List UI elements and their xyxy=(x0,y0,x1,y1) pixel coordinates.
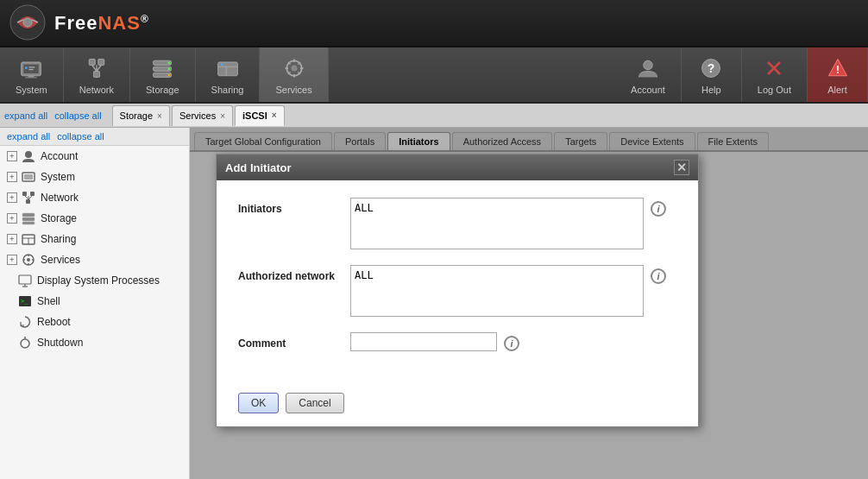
tab-iscsi-label: iSCSI xyxy=(242,110,267,121)
svg-point-53 xyxy=(21,339,29,348)
comment-info-icon[interactable]: i xyxy=(504,336,519,351)
nav-account-label: Account xyxy=(631,85,665,95)
nav-alert[interactable]: ! Alert xyxy=(808,47,868,102)
auth-network-row: Authorized network ALL i xyxy=(238,265,676,317)
tab-storage-label: Storage xyxy=(120,110,154,121)
shutdown-s-icon xyxy=(17,335,33,350)
nav-services[interactable]: Services xyxy=(260,47,328,102)
sidebar-item-display-sys[interactable]: Display System Processes xyxy=(0,270,189,291)
sidebar-network-label: Network xyxy=(41,192,79,204)
comment-label: Comment xyxy=(238,332,350,350)
logout-icon xyxy=(760,54,788,82)
initiators-field: ALL i xyxy=(350,198,676,249)
svg-rect-36 xyxy=(26,199,30,204)
tab-iscsi[interactable]: iSCSI × xyxy=(235,105,285,126)
svg-line-39 xyxy=(28,196,32,199)
initiators-textarea[interactable]: ALL xyxy=(350,198,644,249)
auth-network-info-icon[interactable]: i xyxy=(651,268,666,284)
account-s-icon xyxy=(21,148,36,164)
tab-services[interactable]: Services × xyxy=(172,105,233,126)
svg-point-20 xyxy=(168,74,171,77)
svg-point-25 xyxy=(644,60,653,70)
tab-services-label: Services xyxy=(179,110,216,121)
svg-rect-35 xyxy=(30,192,35,196)
system-icon xyxy=(17,54,45,82)
sidebar-expand-all[interactable]: expand all xyxy=(7,131,50,142)
collapse-all-link[interactable]: collapse all xyxy=(54,110,101,121)
logo-text: FreeNAS® xyxy=(54,12,149,35)
svg-line-38 xyxy=(25,196,28,199)
network-icon xyxy=(83,54,110,82)
sidebar-item-shutdown[interactable]: Shutdown xyxy=(0,332,189,353)
dialog-close-button[interactable]: ✕ xyxy=(674,160,689,175)
tab-iscsi-close[interactable]: × xyxy=(272,110,277,120)
svg-rect-11 xyxy=(93,72,99,78)
nav-spacer xyxy=(329,47,615,102)
sidebar-shell-label: Shell xyxy=(37,295,60,307)
nav-logout-label: Log Out xyxy=(758,85,791,95)
svg-line-14 xyxy=(97,66,101,72)
dialog-footer: OK Cancel xyxy=(217,384,698,426)
svg-text:?: ? xyxy=(708,61,715,75)
svg-point-19 xyxy=(168,68,171,71)
sidebar-storage-label: Storage xyxy=(41,212,77,224)
svg-line-13 xyxy=(92,66,97,72)
ok-button[interactable]: OK xyxy=(238,393,279,413)
nav-logout[interactable]: Log Out xyxy=(742,47,808,102)
nav-storage[interactable]: Storage xyxy=(130,47,196,102)
nav-help[interactable]: ? Help xyxy=(682,47,742,102)
sidebar-item-reboot[interactable]: Reboot xyxy=(0,312,189,332)
logo-icon xyxy=(9,3,47,42)
svg-rect-41 xyxy=(22,217,35,221)
services-icon xyxy=(280,54,308,82)
sidebar-collapse-all[interactable]: collapse all xyxy=(57,131,104,142)
svg-rect-6 xyxy=(25,66,28,69)
display-s-icon xyxy=(17,273,33,288)
sidebar-item-storage[interactable]: + Storage xyxy=(0,208,189,229)
add-initiator-dialog: Add Initiator ✕ Initiators ALL i Author xyxy=(216,154,699,427)
tab-storage[interactable]: Storage × xyxy=(112,105,170,126)
nav-system[interactable]: System xyxy=(0,47,64,102)
cancel-button[interactable]: Cancel xyxy=(286,393,343,413)
comment-input[interactable] xyxy=(350,332,497,351)
expand-all-link[interactable]: expand all xyxy=(4,110,47,121)
svg-rect-40 xyxy=(22,213,35,217)
initiators-info-icon[interactable]: i xyxy=(651,201,666,217)
svg-point-18 xyxy=(168,62,171,65)
expand-services-btn[interactable]: + xyxy=(7,255,17,265)
expand-account-btn[interactable]: + xyxy=(7,151,17,161)
network-s-icon xyxy=(21,190,36,205)
tab-storage-close[interactable]: × xyxy=(157,111,162,121)
nav-sharing[interactable]: Sharing xyxy=(196,47,261,102)
storage-icon xyxy=(148,54,176,82)
sidebar-item-sharing[interactable]: + Sharing xyxy=(0,229,189,249)
sidebar-item-account[interactable]: + Account xyxy=(0,146,189,167)
auth-network-label: Authorized network xyxy=(238,265,350,282)
content-panel: Target Global Configuration Portals Init… xyxy=(190,128,868,479)
auth-network-field: ALL i xyxy=(350,265,676,317)
svg-rect-4 xyxy=(28,76,35,78)
sharing-icon xyxy=(214,54,242,82)
sharing-s-icon xyxy=(21,231,36,247)
nav-network-label: Network xyxy=(79,85,114,95)
sidebar-services-label: Services xyxy=(41,254,80,266)
nav-storage-label: Storage xyxy=(146,85,179,95)
sidebar: expand all collapse all + Account + Syst… xyxy=(0,128,190,479)
sidebar-item-network[interactable]: + Network xyxy=(0,187,189,208)
tab-services-close[interactable]: × xyxy=(220,111,225,121)
auth-network-textarea[interactable]: ALL xyxy=(350,265,644,317)
expand-system-btn[interactable]: + xyxy=(7,172,17,182)
nav-system-label: System xyxy=(16,85,47,95)
expand-network-btn[interactable]: + xyxy=(7,192,17,203)
sidebar-item-services[interactable]: + Services xyxy=(0,249,189,270)
sidebar-item-shell[interactable]: >_ Shell xyxy=(0,291,189,312)
sidebar-item-system[interactable]: + System xyxy=(0,167,189,187)
nav-network[interactable]: Network xyxy=(64,47,130,102)
expand-sharing-btn[interactable]: + xyxy=(7,234,17,244)
svg-rect-42 xyxy=(22,222,35,224)
expand-storage-btn[interactable]: + xyxy=(7,213,17,224)
svg-point-22 xyxy=(220,63,223,66)
nav-account[interactable]: Account xyxy=(615,47,682,102)
storage-s-icon xyxy=(21,211,36,226)
navbar: System Network Storage xyxy=(0,47,868,104)
